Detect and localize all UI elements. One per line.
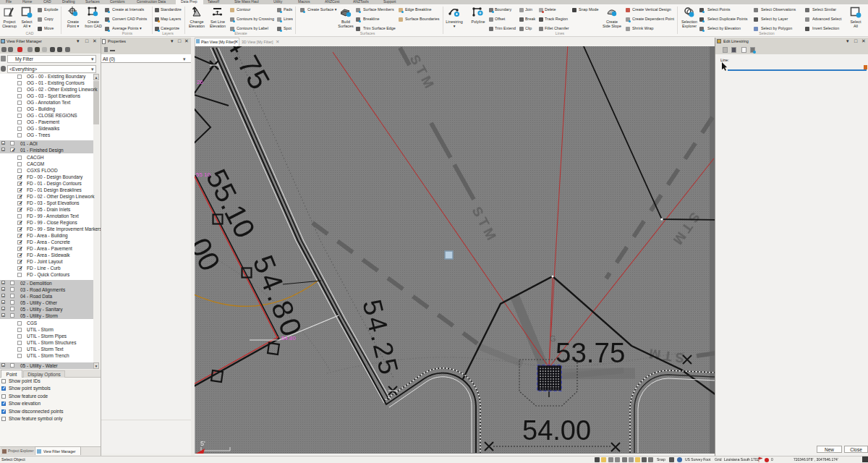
svg-text:5': 5': [200, 440, 205, 447]
svg-text:53.75: 53.75: [556, 337, 625, 368]
svg-text:54.80: 54.80: [281, 335, 297, 341]
svg-text:26: 26: [197, 79, 203, 85]
svg-text:54.00: 54.00: [522, 415, 591, 446]
svg-text:55 10: 55 10: [196, 171, 211, 178]
